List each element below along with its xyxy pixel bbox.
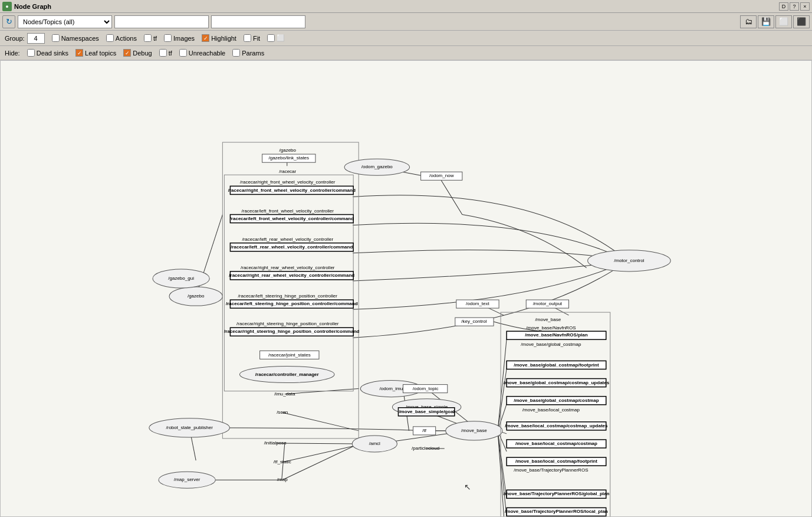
- svg-text:/scan: /scan: [277, 410, 288, 415]
- group-input[interactable]: [27, 33, 45, 44]
- images-checkbox-item[interactable]: Images: [164, 34, 195, 42]
- btn-help[interactable]: ?: [790, 2, 799, 11]
- dead-sinks-checkbox-item[interactable]: Dead sinks: [27, 49, 68, 57]
- search-input[interactable]: [114, 15, 209, 28]
- toolbar-right-buttons: 🗂 💾 ⬜ ⬛: [740, 15, 810, 28]
- svg-text:/move_base/TrajectoryPlannerRO: /move_base/TrajectoryPlannerROS/global_p…: [503, 491, 609, 496]
- fit-checkbox-item[interactable]: Fit: [244, 34, 260, 42]
- svg-text:/racecar/right_front_wheel_vel: /racecar/right_front_wheel_velocity_cont…: [240, 179, 336, 185]
- svg-text:/tf_static: /tf_static: [274, 459, 291, 464]
- title-bar-buttons: D ? ×: [779, 2, 810, 11]
- namespaces-checkbox[interactable]: [52, 34, 60, 42]
- svg-text:/racecar/right_front_wheel_vel: /racecar/right_front_wheel_velocity_cont…: [228, 188, 356, 193]
- svg-text:/racecar/left_front_wheel_velo: /racecar/left_front_wheel_velocity_contr…: [230, 216, 354, 221]
- svg-text:/move_base/global_costmap: /move_base/global_costmap: [521, 342, 581, 347]
- svg-text:/racecar: /racecar: [279, 169, 296, 174]
- svg-text:/gazebo: /gazebo: [280, 148, 297, 153]
- group-filter: Group:: [5, 33, 45, 44]
- tf-filter-checkbox-item[interactable]: tf: [144, 34, 157, 42]
- fit-icon: ⬜: [277, 34, 285, 42]
- svg-text:/racecar/left_front_wheel_velo: /racecar/left_front_wheel_velocity_contr…: [242, 208, 334, 214]
- svg-text:/racecar/left_steering_hinge_p: /racecar/left_steering_hinge_position_co…: [238, 293, 338, 299]
- unreachable-checkbox[interactable]: [179, 49, 187, 57]
- tf-filter-label: tf: [153, 35, 157, 42]
- group-label: Group:: [5, 35, 25, 42]
- svg-text:↖: ↖: [464, 482, 471, 492]
- unreachable-checkbox-item[interactable]: Unreachable: [179, 49, 225, 57]
- hide-label: Hide:: [5, 50, 20, 57]
- svg-text:/racecar/joint_states: /racecar/joint_states: [268, 352, 311, 358]
- svg-text:/gazebo_gui: /gazebo_gui: [168, 276, 194, 281]
- unreachable-label: Unreachable: [189, 50, 225, 57]
- svg-text:/motor_output: /motor_output: [533, 301, 563, 306]
- leaf-topics-label: Leaf topics: [85, 50, 116, 57]
- params-checkbox-item[interactable]: Params: [232, 49, 264, 57]
- filter-input[interactable]: [211, 15, 305, 28]
- svg-text:/map_server: /map_server: [174, 477, 200, 482]
- svg-text:/gazebo/link_states: /gazebo/link_states: [268, 155, 309, 161]
- layout-button[interactable]: ⬜: [775, 15, 792, 28]
- svg-text:/move_base/local_costmap/costm: /move_base/local_costmap/costmap: [515, 441, 597, 446]
- btn-close[interactable]: ×: [800, 2, 810, 11]
- graph-canvas[interactable]: /gazebo /gazebo_gui /gazebo /gazebo/link…: [0, 60, 812, 517]
- leaf-topics-checkbox-checked[interactable]: ✓: [75, 49, 83, 57]
- dead-sinks-label: Dead sinks: [37, 50, 68, 57]
- svg-text:/gazebo: /gazebo: [188, 293, 205, 299]
- refresh-button[interactable]: ↻: [2, 15, 15, 28]
- svg-text:/racecar/left_rear_wheel_veloc: /racecar/left_rear_wheel_velocity_contro…: [231, 244, 353, 250]
- highlight-checkbox-checked[interactable]: ✓: [202, 34, 209, 42]
- debug-checkbox-item[interactable]: ✓ Debug: [123, 49, 152, 57]
- actions-label: Actions: [116, 35, 137, 42]
- settings-button[interactable]: ⬛: [793, 15, 810, 28]
- fit-icon-checkbox[interactable]: [267, 34, 275, 42]
- tf-hide-checkbox[interactable]: [159, 49, 167, 57]
- svg-text:/move_base/NavfnROS: /move_base/NavfnROS: [526, 325, 576, 331]
- debug-checkbox-checked[interactable]: ✓: [123, 49, 131, 57]
- svg-text:/particlecloud: /particlecloud: [412, 446, 439, 451]
- images-checkbox[interactable]: [164, 34, 172, 42]
- namespaces-label: Namespaces: [61, 35, 99, 42]
- params-label: Params: [242, 50, 264, 57]
- svg-text:/move_base/global_costmap/cost: /move_base/global_costmap/costmap_update…: [504, 380, 610, 385]
- images-label: Images: [173, 35, 195, 42]
- fit-icon-checkbox-item[interactable]: ⬜: [267, 34, 285, 42]
- svg-text:/racecar/controller_manager: /racecar/controller_manager: [255, 372, 319, 377]
- dead-sinks-checkbox[interactable]: [27, 49, 35, 57]
- svg-text:/move_base/global_costmap/cost: /move_base/global_costmap/costmap: [514, 398, 599, 403]
- title-bar: ● Node Graph D ? ×: [0, 0, 812, 13]
- open-button[interactable]: 🗂: [740, 15, 757, 28]
- svg-text:/move_base: /move_base: [461, 428, 487, 433]
- params-checkbox[interactable]: [232, 49, 240, 57]
- toolbar: ↻ Nodes/Topics (all) Nodes only Topics o…: [0, 13, 812, 31]
- save-button[interactable]: 💾: [758, 15, 774, 28]
- namespaces-checkbox-item[interactable]: Namespaces: [52, 34, 99, 42]
- svg-text:/odom_topic: /odom_topic: [413, 386, 439, 391]
- svg-text:/odom_now: /odom_now: [429, 173, 454, 178]
- svg-text:/move_base/global_costmap/foot: /move_base/global_costmap/footprint: [514, 362, 599, 368]
- btn-d[interactable]: D: [779, 2, 788, 11]
- view-mode-dropdown[interactable]: Nodes/Topics (all) Nodes only Topics onl…: [18, 15, 112, 28]
- fit-label: Fit: [253, 35, 260, 42]
- svg-text:/odom_imu: /odom_imu: [380, 386, 403, 391]
- highlight-checkbox-item[interactable]: ✓ Highlight: [202, 34, 236, 42]
- svg-text:/move_base: /move_base: [535, 317, 561, 322]
- svg-text:/odom_text: /odom_text: [466, 301, 489, 306]
- svg-text:/robot_state_publisher: /robot_state_publisher: [166, 425, 213, 430]
- actions-checkbox[interactable]: [106, 34, 114, 42]
- svg-text:/move_base/TrajectoryPlannerRO: /move_base/TrajectoryPlannerROS: [514, 467, 588, 473]
- svg-text:/tf: /tf: [422, 428, 426, 433]
- tf-hide-label: tf: [169, 50, 172, 57]
- actions-checkbox-item[interactable]: Actions: [106, 34, 137, 42]
- svg-text:/racecar/left_rear_wheel_veloc: /racecar/left_rear_wheel_velocity_contro…: [242, 237, 333, 242]
- svg-text:/initialpose: /initialpose: [264, 440, 287, 446]
- svg-text:/key_control: /key_control: [461, 319, 486, 324]
- fit-checkbox[interactable]: [244, 34, 251, 42]
- tf-filter-checkbox[interactable]: [144, 34, 152, 42]
- tf-hide-checkbox-item[interactable]: tf: [159, 49, 172, 57]
- hide-bar: Hide: Dead sinks ✓ Leaf topics ✓ Debug t…: [0, 46, 812, 60]
- leaf-topics-checkbox-item[interactable]: ✓ Leaf topics: [75, 49, 116, 57]
- highlight-label: Highlight: [211, 35, 236, 42]
- window-title: Node Graph: [14, 3, 779, 10]
- svg-text:/odom_gazebo: /odom_gazebo: [361, 164, 393, 169]
- svg-text:/move_base/TrajectoryPlannerRO: /move_base/TrajectoryPlannerROS/local_pl…: [505, 509, 608, 515]
